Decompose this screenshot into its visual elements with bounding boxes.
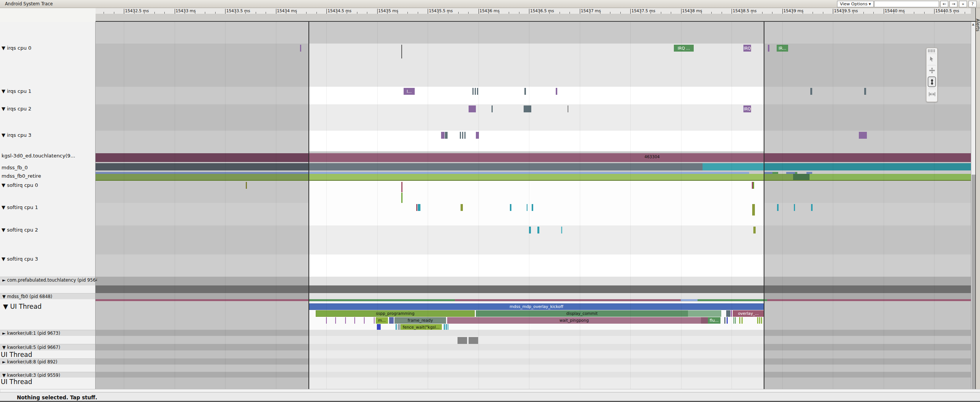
event-bar-irq-[interactable]: IRQ ... [674,45,694,52]
mdss-fb0-summary-bar-segment[interactable] [767,299,971,301]
event-bar[interactable] [524,88,526,95]
alerts-tab[interactable]: Alerts [975,8,980,392]
event-bar[interactable] [510,204,511,211]
softirq-cpu-0-label[interactable]: ▼ softirq cpu 0 [2,182,38,188]
irqs-cpu-0-label[interactable]: ▼ irqs cpu 0 [2,45,31,51]
vertical-zoom-mode-button[interactable] [928,76,936,87]
com-prefabulated-summary-bar-segment[interactable] [96,285,971,293]
kworker-u8-3-header-label[interactable]: ▼ kworker/u8:3 (pid 9559) [2,373,60,378]
event-bar[interactable] [537,227,539,233]
event-bar[interactable] [726,310,730,317]
kworker-u8-8-header-label[interactable]: ► kworker/u8:8 (pid 892) [2,359,57,365]
event-bar[interactable] [701,317,708,324]
mdss-fb-0-bar-segment[interactable] [96,163,309,170]
event-bar[interactable] [739,317,740,324]
kworker-u8-5-header-label[interactable]: ▼ kworker/u8:5 (pid 9667) [2,345,60,350]
select-mode-button[interactable] [928,53,936,64]
mdss-fb0-summary-bar-segment[interactable] [681,299,698,301]
ui-thread-row-2-label[interactable]: UI Thread [1,378,32,386]
nav-more-button[interactable]: » [959,1,967,7]
irqs-cpu-1-label[interactable]: ▼ irqs cpu 1 [2,88,31,94]
time-ruler[interactable]: 15432.5 ms15433 ms15433.5 ms15434 ms1543… [0,8,980,22]
event-bar[interactable] [441,132,445,139]
event-bar[interactable] [810,88,812,95]
mdss-fb0-retire-bar-segment[interactable] [810,174,971,180]
event-bar-sspp-programming[interactable]: sspp_programming [316,310,475,317]
kgsl-3d0-touchlatency-bar-segment[interactable] [764,153,971,162]
event-bar[interactable] [556,88,557,95]
event-bar[interactable] [401,193,402,203]
toolbar-drag-handle[interactable] [928,49,936,52]
event-bar[interactable] [464,132,466,139]
fit-width-mode-button[interactable] [928,89,936,99]
nav-back-button[interactable]: ← [940,1,948,7]
event-bar[interactable] [460,132,461,139]
event-bar[interactable] [568,105,568,112]
range-marker-right[interactable] [764,22,764,392]
event-bar[interactable] [761,317,762,324]
mdss-fb0-summary-bar-segment[interactable] [698,299,767,301]
event-bar[interactable] [864,88,866,95]
event-bar[interactable] [752,204,755,216]
mdss-fb0-summary-bar-segment[interactable] [309,299,455,301]
event-bar[interactable] [475,88,476,95]
event-bar[interactable] [300,45,301,52]
mdss-fb0-summary-bar-segment[interactable] [96,299,309,301]
event-bar[interactable] [759,317,760,324]
event-bar[interactable] [735,317,736,324]
mdss-fb-0-label[interactable]: mdss_fb_0 [2,165,28,170]
event-bar[interactable] [345,317,346,324]
event-bar[interactable] [469,337,478,344]
event-bar[interactable] [727,317,728,324]
mdss-fb-0-bar-segment[interactable] [703,163,764,170]
scroll-up-icon[interactable]: ▲ [972,23,974,26]
mdss-fb-0-bar-segment[interactable] [309,163,703,170]
event-bar[interactable] [389,317,394,324]
event-bar[interactable] [859,132,867,139]
ui-thread-track-label[interactable]: ▼ UI Thread [3,303,42,310]
event-bar-wait-pingpong[interactable]: wait_pingpong [447,317,701,324]
nav-forward-button[interactable]: → [949,1,957,7]
event-bar[interactable] [374,317,375,324]
help-button[interactable]: ? [969,1,977,7]
kgsl-3d0-touchlatency-label[interactable]: kgsl-3d0_ed.touchlatency(9... [2,153,75,159]
mdss-fb0-retire-label[interactable]: mdss_fb0_retire [2,173,41,179]
event-bar[interactable] [768,45,769,52]
event-bar-irq[interactable]: IRQ [743,45,751,52]
event-bar[interactable] [777,204,779,211]
event-bar[interactable] [757,317,758,324]
mdss-fb0-retire-bar-segment[interactable] [96,174,309,180]
event-bar[interactable] [753,227,756,233]
mdss-fb0-summary-bar-segment[interactable] [455,299,681,301]
mdss-fb-0-bar-segment[interactable] [764,163,971,170]
event-bar[interactable] [724,317,725,324]
softirq-cpu-1-label[interactable]: ▼ softirq cpu 1 [2,204,38,210]
event-bar[interactable] [472,88,474,95]
view-options-button[interactable]: View Options ▾ [837,1,874,7]
event-bar[interactable] [794,204,795,211]
event-bar-display-commit[interactable]: display_commit [476,310,688,317]
event-bar[interactable] [401,182,402,192]
event-bar[interactable] [469,105,476,112]
event-bar[interactable] [364,317,365,324]
pan-mode-button[interactable] [928,65,936,76]
kworker-u8-1-header-label[interactable]: ► kworker/u8:1 (pid 9673) [2,331,60,336]
ui-thread-row-1-label[interactable]: UI Thread [1,351,32,358]
event-bar[interactable] [524,105,531,112]
event-bar-i-[interactable]: I... [404,88,415,95]
kgsl-3d0-touchlatency-bar-segment[interactable] [96,153,309,162]
event-bar[interactable] [492,105,493,112]
event-bar[interactable] [733,317,734,324]
event-bar-overlay-[interactable]: overlay_... [733,310,764,317]
scrollbar-thumb[interactable] [972,175,975,390]
event-bar[interactable] [416,204,417,211]
event-bar[interactable] [458,337,467,344]
irqs-cpu-3-label[interactable]: ▼ irqs cpu 3 [2,132,31,138]
event-bar[interactable] [335,317,336,324]
event-bar-m-[interactable]: m... [376,317,388,324]
event-bar-frame-ready[interactable]: frame_ready [394,317,446,324]
event-bar[interactable] [401,45,402,58]
event-bar[interactable] [461,204,463,211]
event-bar[interactable] [688,310,721,317]
event-bar-irq[interactable]: IRQ [743,105,751,112]
